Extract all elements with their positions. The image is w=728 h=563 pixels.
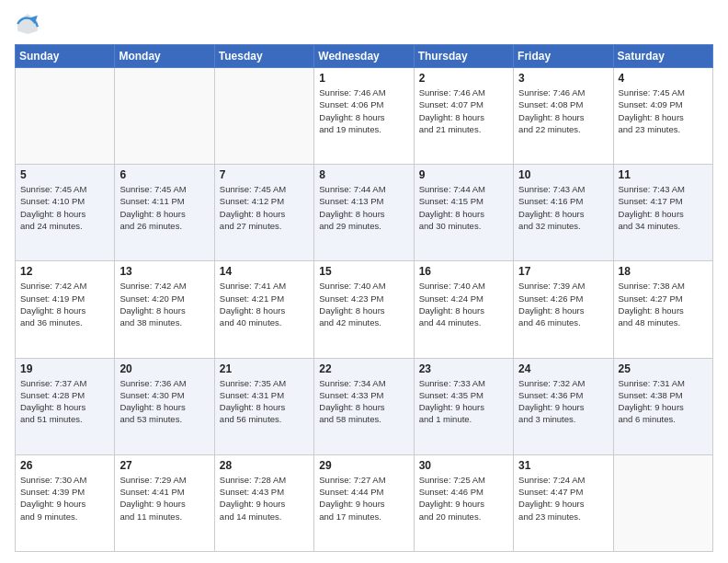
day-info: Sunrise: 7:29 AM Sunset: 4:41 PM Dayligh… [119,474,209,523]
day-info: Sunrise: 7:43 AM Sunset: 4:17 PM Dayligh… [619,183,708,232]
day-info: Sunrise: 7:27 AM Sunset: 4:44 PM Dayligh… [319,474,408,523]
calendar-cell [16,68,115,165]
day-number: 30 [419,459,508,472]
day-info: Sunrise: 7:42 AM Sunset: 4:20 PM Dayligh… [119,280,209,328]
day-info: Sunrise: 7:44 AM Sunset: 4:15 PM Dayligh… [419,183,508,232]
calendar-cell: 22Sunrise: 7:34 AM Sunset: 4:33 PM Dayli… [314,358,414,454]
calendar-cell: 4Sunrise: 7:45 AM Sunset: 4:09 PM Daylig… [613,68,712,165]
day-header-wednesday: Wednesday [314,45,414,68]
day-info: Sunrise: 7:45 AM Sunset: 4:10 PM Dayligh… [20,183,109,232]
day-number: 27 [119,459,209,472]
day-info: Sunrise: 7:25 AM Sunset: 4:46 PM Dayligh… [419,474,508,523]
day-header-monday: Monday [115,45,214,68]
calendar-cell [214,68,313,165]
day-number: 22 [319,362,408,375]
calendar-cell: 16Sunrise: 7:40 AM Sunset: 4:24 PM Dayli… [414,261,513,358]
calendar-cell: 29Sunrise: 7:27 AM Sunset: 4:44 PM Dayli… [314,454,414,551]
calendar-cell: 23Sunrise: 7:33 AM Sunset: 4:35 PM Dayli… [414,358,513,454]
header [15,11,713,37]
day-number: 9 [419,168,508,181]
day-number: 18 [619,265,708,278]
day-info: Sunrise: 7:31 AM Sunset: 4:38 PM Dayligh… [619,377,708,426]
day-number: 19 [20,362,109,375]
calendar-cell: 3Sunrise: 7:46 AM Sunset: 4:08 PM Daylig… [514,68,613,165]
logo-icon [15,11,40,37]
calendar-cell: 14Sunrise: 7:41 AM Sunset: 4:21 PM Dayli… [214,261,313,358]
day-number: 16 [419,265,508,278]
day-info: Sunrise: 7:34 AM Sunset: 4:33 PM Dayligh… [319,377,408,426]
day-number: 5 [20,168,109,181]
day-info: Sunrise: 7:46 AM Sunset: 4:06 PM Dayligh… [319,86,408,135]
day-number: 6 [119,168,209,181]
day-info: Sunrise: 7:28 AM Sunset: 4:43 PM Dayligh… [220,474,309,523]
day-info: Sunrise: 7:33 AM Sunset: 4:35 PM Dayligh… [419,377,508,426]
calendar-cell: 21Sunrise: 7:35 AM Sunset: 4:31 PM Dayli… [214,358,313,454]
day-number: 25 [619,362,708,375]
calendar-cell: 5Sunrise: 7:45 AM Sunset: 4:10 PM Daylig… [16,165,115,261]
calendar-cell: 15Sunrise: 7:40 AM Sunset: 4:23 PM Dayli… [314,261,414,358]
day-info: Sunrise: 7:45 AM Sunset: 4:09 PM Dayligh… [619,86,708,135]
calendar-cell: 19Sunrise: 7:37 AM Sunset: 4:28 PM Dayli… [16,358,115,454]
calendar-cell: 28Sunrise: 7:28 AM Sunset: 4:43 PM Dayli… [214,454,313,551]
day-info: Sunrise: 7:37 AM Sunset: 4:28 PM Dayligh… [20,377,109,426]
calendar-cell: 8Sunrise: 7:44 AM Sunset: 4:13 PM Daylig… [314,165,414,261]
day-number: 26 [20,459,109,472]
week-row-4: 19Sunrise: 7:37 AM Sunset: 4:28 PM Dayli… [16,358,713,454]
day-number: 2 [419,72,508,85]
calendar-cell [115,68,214,165]
day-info: Sunrise: 7:42 AM Sunset: 4:19 PM Dayligh… [20,280,109,328]
day-info: Sunrise: 7:41 AM Sunset: 4:21 PM Dayligh… [220,280,309,328]
day-number: 12 [20,265,109,278]
day-number: 4 [619,72,708,85]
calendar-cell: 9Sunrise: 7:44 AM Sunset: 4:15 PM Daylig… [414,165,513,261]
week-row-1: 1Sunrise: 7:46 AM Sunset: 4:06 PM Daylig… [16,68,713,165]
day-number: 17 [518,265,608,278]
calendar-cell: 30Sunrise: 7:25 AM Sunset: 4:46 PM Dayli… [414,454,513,551]
calendar-cell: 17Sunrise: 7:39 AM Sunset: 4:26 PM Dayli… [514,261,613,358]
day-info: Sunrise: 7:46 AM Sunset: 4:08 PM Dayligh… [518,86,608,135]
day-header-thursday: Thursday [414,45,513,68]
day-info: Sunrise: 7:45 AM Sunset: 4:12 PM Dayligh… [220,183,309,232]
calendar-cell: 25Sunrise: 7:31 AM Sunset: 4:38 PM Dayli… [613,358,712,454]
day-number: 7 [220,168,309,181]
day-number: 8 [319,168,408,181]
day-number: 24 [518,362,608,375]
day-header-saturday: Saturday [613,45,712,68]
day-number: 23 [419,362,508,375]
day-info: Sunrise: 7:32 AM Sunset: 4:36 PM Dayligh… [518,377,608,426]
day-info: Sunrise: 7:24 AM Sunset: 4:47 PM Dayligh… [518,474,608,523]
day-info: Sunrise: 7:35 AM Sunset: 4:31 PM Dayligh… [220,377,309,426]
week-row-2: 5Sunrise: 7:45 AM Sunset: 4:10 PM Daylig… [16,165,713,261]
calendar-table: SundayMondayTuesdayWednesdayThursdayFrid… [15,44,713,552]
day-number: 28 [220,459,309,472]
day-number: 20 [119,362,209,375]
day-info: Sunrise: 7:40 AM Sunset: 4:24 PM Dayligh… [419,280,508,328]
calendar-cell: 7Sunrise: 7:45 AM Sunset: 4:12 PM Daylig… [214,165,313,261]
day-info: Sunrise: 7:46 AM Sunset: 4:07 PM Dayligh… [419,86,508,135]
calendar-cell: 31Sunrise: 7:24 AM Sunset: 4:47 PM Dayli… [514,454,613,551]
day-number: 29 [319,459,408,472]
week-row-5: 26Sunrise: 7:30 AM Sunset: 4:39 PM Dayli… [16,454,713,551]
logo [15,11,44,37]
calendar-cell: 6Sunrise: 7:45 AM Sunset: 4:11 PM Daylig… [115,165,214,261]
calendar-cell: 27Sunrise: 7:29 AM Sunset: 4:41 PM Dayli… [115,454,214,551]
day-info: Sunrise: 7:39 AM Sunset: 4:26 PM Dayligh… [518,280,608,328]
day-info: Sunrise: 7:43 AM Sunset: 4:16 PM Dayligh… [518,183,608,232]
day-info: Sunrise: 7:44 AM Sunset: 4:13 PM Dayligh… [319,183,408,232]
day-number: 3 [518,72,608,85]
day-number: 31 [518,459,608,472]
calendar-cell: 20Sunrise: 7:36 AM Sunset: 4:30 PM Dayli… [115,358,214,454]
day-header-friday: Friday [514,45,613,68]
day-header-tuesday: Tuesday [214,45,313,68]
calendar-cell: 26Sunrise: 7:30 AM Sunset: 4:39 PM Dayli… [16,454,115,551]
calendar-cell: 10Sunrise: 7:43 AM Sunset: 4:16 PM Dayli… [514,165,613,261]
calendar-cell: 2Sunrise: 7:46 AM Sunset: 4:07 PM Daylig… [414,68,513,165]
calendar-cell: 13Sunrise: 7:42 AM Sunset: 4:20 PM Dayli… [115,261,214,358]
calendar-cell: 12Sunrise: 7:42 AM Sunset: 4:19 PM Dayli… [16,261,115,358]
day-number: 10 [518,168,608,181]
day-header-sunday: Sunday [16,45,115,68]
calendar-cell [613,454,712,551]
day-number: 21 [220,362,309,375]
day-info: Sunrise: 7:30 AM Sunset: 4:39 PM Dayligh… [20,474,109,523]
page: SundayMondayTuesdayWednesdayThursdayFrid… [0,0,728,563]
